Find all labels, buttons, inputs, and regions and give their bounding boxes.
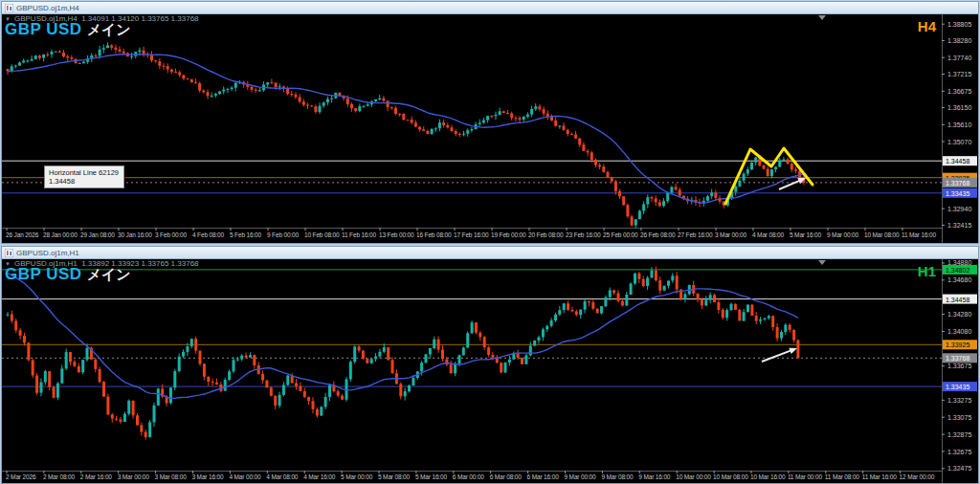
window-titlebar[interactable]: GBPUSD.oj1m,H4 (2, 2, 978, 14)
price-label-blue-level: 1.33435 (943, 188, 977, 198)
price-label-bid-price: 1.33768 (943, 178, 977, 187)
tooltip-title: Horizontal Line 62129 (49, 168, 119, 177)
price-label-green-level: 1.34802 (943, 265, 977, 275)
svg-text:3 Feb 00:00: 3 Feb 00:00 (155, 231, 188, 238)
svg-text:26 Feb 08:00: 26 Feb 08:00 (640, 231, 676, 238)
window-title: GBPUSD.oj1m,H4 (16, 4, 79, 12)
svg-text:1.34080: 1.34080 (947, 328, 971, 335)
watermark-suffix: メイン (87, 21, 131, 37)
svg-text:1.32675: 1.32675 (947, 449, 971, 455)
svg-text:1.32475: 1.32475 (947, 465, 971, 472)
svg-text:1.35610: 1.35610 (947, 121, 971, 128)
svg-text:17 Feb 16:00: 17 Feb 16:00 (454, 231, 489, 238)
svg-text:1.33075: 1.33075 (947, 414, 971, 421)
symbol-watermark: GBP USDメイン (5, 265, 131, 284)
price-chart-h1[interactable]: 1.348801.346801.342801.340801.336751.332… (2, 259, 978, 483)
svg-text:5 Mar 08:00: 5 Mar 08:00 (378, 473, 411, 480)
svg-text:1.32940: 1.32940 (947, 206, 971, 212)
svg-text:6 Mar 16:00: 6 Mar 16:00 (527, 473, 560, 480)
svg-text:27 Feb 16:00: 27 Feb 16:00 (678, 231, 713, 238)
svg-text:9 Mar 16:00: 9 Mar 16:00 (638, 473, 671, 480)
svg-text:12 Mar 00:00: 12 Mar 00:00 (900, 473, 935, 480)
svg-text:1.33768: 1.33768 (946, 355, 969, 362)
svg-text:11 Mar 16:00: 11 Mar 16:00 (862, 473, 898, 480)
svg-text:4 Mar 00:00: 4 Mar 00:00 (229, 473, 261, 480)
svg-text:1.34280: 1.34280 (947, 311, 971, 318)
svg-text:10 Mar 08:00: 10 Mar 08:00 (864, 231, 900, 238)
svg-text:19 Feb 00:00: 19 Feb 00:00 (491, 231, 526, 238)
svg-text:1.32875: 1.32875 (947, 431, 971, 438)
svg-text:1.33435: 1.33435 (946, 190, 969, 197)
price-chart-h4[interactable]: 1.388051.382801.377401.372151.366751.361… (2, 14, 978, 243)
svg-text:1.33768: 1.33768 (946, 180, 969, 187)
svg-text:1.32415: 1.32415 (947, 222, 971, 229)
svg-text:4 Mar 08:00: 4 Mar 08:00 (266, 473, 299, 480)
svg-text:2 Mar 16:00: 2 Mar 16:00 (80, 473, 113, 480)
svg-text:10 Mar 16:00: 10 Mar 16:00 (750, 473, 786, 480)
svg-text:13 Feb 00:00: 13 Feb 00:00 (379, 231, 414, 238)
svg-text:9 Mar 08:00: 9 Mar 08:00 (601, 473, 634, 480)
svg-text:10 Feb 08:00: 10 Feb 08:00 (304, 231, 340, 238)
svg-text:4 Mar 08:00: 4 Mar 08:00 (752, 231, 785, 238)
price-label-horizontal-line: 1.34458 (943, 156, 977, 165)
svg-text:3 Mar 08:00: 3 Mar 08:00 (155, 473, 188, 480)
svg-text:1.37740: 1.37740 (947, 55, 971, 61)
svg-text:1.33435: 1.33435 (946, 384, 969, 390)
chart-client-area: 1.348801.346801.342801.340801.336751.332… (2, 259, 978, 483)
svg-text:1.34680: 1.34680 (947, 276, 971, 283)
svg-text:1.33925: 1.33925 (946, 341, 969, 348)
svg-text:6 Mar 08:00: 6 Mar 08:00 (490, 473, 523, 480)
price-label-blue-level: 1.33435 (943, 382, 977, 391)
svg-text:25 Feb 00:00: 25 Feb 00:00 (603, 231, 638, 238)
svg-text:29 Jan 08:00: 29 Jan 08:00 (80, 231, 115, 238)
svg-text:5 Feb 16:00: 5 Feb 16:00 (230, 231, 262, 238)
svg-text:4 Mar 16:00: 4 Mar 16:00 (303, 473, 336, 480)
svg-text:9 Mar 00:00: 9 Mar 00:00 (565, 473, 597, 480)
timeframe-badge: H4 (918, 18, 936, 34)
price-label-bid-price: 1.33768 (943, 353, 977, 363)
svg-text:16 Feb 08:00: 16 Feb 08:00 (416, 231, 452, 238)
window-title: GBPUSD.oj1m,H1 (16, 249, 79, 257)
svg-text:11 Mar 00:00: 11 Mar 00:00 (788, 473, 823, 480)
chart-window-h4[interactable]: GBPUSD.oj1m,H4 1.388051.382801.377401.37… (1, 1, 979, 244)
chart-window-icon (5, 249, 13, 257)
svg-text:2 Mar 08:00: 2 Mar 08:00 (43, 473, 76, 480)
object-tooltip: Horizontal Line 62129 1.34458 (44, 165, 124, 188)
svg-text:5 Mar 16:00: 5 Mar 16:00 (415, 473, 448, 480)
watermark-symbol: GBP USD (5, 265, 82, 283)
svg-text:2 Mar 2026: 2 Mar 2026 (6, 473, 36, 480)
svg-text:11 Mar 16:00: 11 Mar 16:00 (902, 231, 937, 238)
svg-text:10 Mar 00:00: 10 Mar 00:00 (676, 473, 711, 480)
svg-text:10 Mar 08:00: 10 Mar 08:00 (713, 473, 748, 480)
svg-text:11 Feb 16:00: 11 Feb 16:00 (342, 231, 377, 238)
svg-text:20 Feb 08:00: 20 Feb 08:00 (528, 231, 564, 238)
svg-text:1.34802: 1.34802 (946, 267, 969, 274)
watermark-suffix: メイン (87, 266, 131, 282)
price-label-orange-level: 1.33925 (943, 340, 977, 349)
svg-text:1.34458: 1.34458 (946, 158, 969, 165)
svg-text:3 Mar 00:00: 3 Mar 00:00 (118, 473, 150, 480)
svg-text:28 Jan 00:00: 28 Jan 00:00 (43, 231, 78, 238)
svg-text:11 Mar 08:00: 11 Mar 08:00 (825, 473, 860, 480)
svg-text:1.36150: 1.36150 (947, 104, 971, 111)
timeframe-badge: H1 (918, 263, 936, 279)
price-label-horizontal-line: 1.34458 (943, 295, 977, 304)
svg-text:5 Mar 16:00: 5 Mar 16:00 (790, 231, 822, 238)
svg-text:3 Mar 00:00: 3 Mar 00:00 (715, 231, 747, 238)
chart-window-h1[interactable]: GBPUSD.oj1m,H1 1.348801.346801.342801.34… (1, 246, 979, 484)
svg-text:1.35070: 1.35070 (947, 139, 971, 145)
svg-text:30 Jan 16:00: 30 Jan 16:00 (118, 231, 152, 238)
window-titlebar[interactable]: GBPUSD.oj1m,H1 (2, 247, 978, 259)
chart-window-icon (5, 4, 13, 12)
svg-text:1.33275: 1.33275 (947, 397, 971, 404)
svg-text:9 Feb 00:00: 9 Feb 00:00 (267, 231, 300, 238)
svg-text:4 Feb 08:00: 4 Feb 08:00 (192, 231, 225, 238)
svg-text:1.34458: 1.34458 (946, 297, 969, 303)
svg-text:3 Mar 16:00: 3 Mar 16:00 (192, 473, 225, 480)
chart-client-area: 1.388051.382801.377401.372151.366751.361… (2, 14, 978, 243)
svg-text:1.37215: 1.37215 (947, 71, 971, 77)
svg-text:26 Jan 2026: 26 Jan 2026 (6, 231, 39, 238)
svg-text:5 Mar 00:00: 5 Mar 00:00 (341, 473, 373, 480)
tooltip-price: 1.34458 (49, 177, 119, 186)
svg-text:1.36675: 1.36675 (947, 88, 971, 95)
